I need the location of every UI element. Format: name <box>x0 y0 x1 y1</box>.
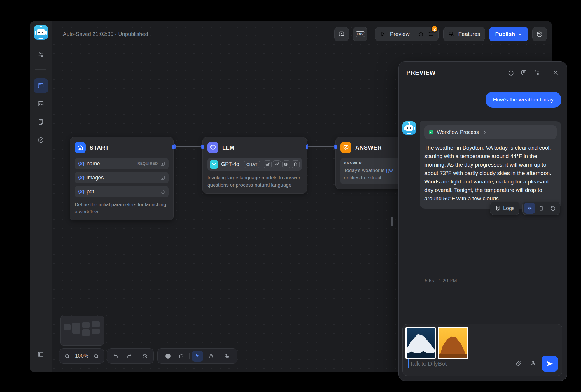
chevron-right-icon <box>482 130 487 135</box>
node-description: Define the initial parameters for launch… <box>75 201 169 216</box>
preview-run-label[interactable]: Preview <box>390 31 410 37</box>
brain-icon <box>207 142 218 153</box>
sidebar-item-monitoring[interactable] <box>34 133 48 147</box>
divider <box>414 31 414 38</box>
start-field-name[interactable]: {x} name REQUIRED <box>75 158 169 169</box>
play-icon[interactable] <box>380 31 386 37</box>
collapse-sidebar-button[interactable] <box>34 347 48 362</box>
attachment-image-night-mountain[interactable] <box>405 327 436 359</box>
difybot-avatar-icon <box>402 121 416 135</box>
env-button[interactable]: ENV <box>353 27 368 41</box>
start-field-images[interactable]: {x} images <box>75 172 169 183</box>
sidebar-item-settings[interactable] <box>34 47 48 62</box>
chat-text-input[interactable] <box>410 360 515 367</box>
panel-settings-icon[interactable] <box>533 69 540 76</box>
restart-conversation-icon[interactable] <box>508 69 514 76</box>
attach-file-button[interactable] <box>515 360 522 367</box>
publish-button[interactable]: Publish <box>489 27 528 41</box>
chevron-down-icon <box>517 32 522 37</box>
annotation-button[interactable] <box>334 27 349 41</box>
app-logo[interactable] <box>34 25 48 40</box>
sidebar-divider <box>35 69 46 70</box>
field-label: name <box>87 161 100 167</box>
preview-title: PREVIEW <box>406 69 435 76</box>
hand-mode-button[interactable] <box>205 351 216 362</box>
zoom-level[interactable]: 100% <box>74 353 89 359</box>
bot-avatar <box>402 121 416 135</box>
document-capability-icon <box>292 160 300 168</box>
autosave-status: Auto-Saved 21:02:35 · Unpublished <box>63 31 148 37</box>
features-label: Features <box>458 31 480 37</box>
text-cursor <box>408 359 409 368</box>
pointer-mode-button[interactable] <box>192 351 203 362</box>
node-title: START <box>90 144 109 151</box>
checklist-badge: 2 <box>431 25 438 33</box>
text-input-type-icon <box>160 161 165 166</box>
panel-resize-handle[interactable] <box>391 217 393 226</box>
attachment-image-sunset-mountain[interactable] <box>438 327 468 359</box>
send-button[interactable] <box>542 356 558 372</box>
video-capability-icon <box>282 160 290 168</box>
start-field-pdf[interactable]: {x} pdf <box>75 186 169 197</box>
field-label: images <box>87 175 104 181</box>
variable-icon: {x} <box>78 175 84 180</box>
node-start-header: START <box>75 142 169 153</box>
close-panel-icon[interactable] <box>552 69 559 76</box>
redo-button[interactable] <box>124 351 135 362</box>
publish-label: Publish <box>495 31 515 37</box>
edge-llm-answer <box>307 146 335 147</box>
variable-icon: {x} <box>78 161 84 166</box>
llm-model-selector[interactable]: GPT-4o CHAT <box>207 158 302 171</box>
message-tools-group <box>522 202 560 215</box>
workflow-process-toggle[interactable]: Workflow Process <box>424 125 557 139</box>
history-icon <box>536 31 543 38</box>
field-label: pdf <box>87 189 94 195</box>
files-type-icon <box>160 189 165 194</box>
target-handle[interactable] <box>202 145 204 149</box>
user-message-bubble: How's the weather today <box>486 92 561 108</box>
sidebar-item-orchestrate[interactable] <box>34 78 48 93</box>
features-button[interactable]: Features <box>443 27 485 41</box>
message-meta: 5.6s · 1:20 PM <box>425 278 457 284</box>
home-icon <box>75 142 86 153</box>
gauge-icon <box>37 136 44 144</box>
target-handle[interactable] <box>335 145 337 149</box>
auto-layout-button[interactable] <box>221 351 232 362</box>
zoom-out-button[interactable] <box>62 351 72 362</box>
required-badge: REQUIRED <box>137 162 158 166</box>
tools-toolbar <box>157 348 237 364</box>
openai-logo-icon <box>210 160 218 169</box>
bot-message-card: Workflow Process The weather in Boydton,… <box>420 121 561 209</box>
sidebar-item-logs[interactable] <box>34 115 48 129</box>
regenerate-button[interactable] <box>547 203 559 214</box>
logs-icon <box>495 205 501 211</box>
add-note-button[interactable] <box>176 351 187 362</box>
variable-icon: {x} <box>78 189 84 194</box>
preview-panel: PREVIEW How's the weather today <box>398 61 567 381</box>
model-name: GPT-4o <box>221 161 239 167</box>
workflow-process-label: Workflow Process <box>437 129 479 135</box>
node-llm[interactable]: LLM GPT-4o CHAT <box>202 137 307 194</box>
text-to-speech-button[interactable] <box>524 203 535 214</box>
version-history-button[interactable] <box>532 27 547 41</box>
window-icon <box>37 82 44 89</box>
logs-button[interactable]: Logs <box>490 202 519 215</box>
minimap[interactable] <box>60 316 104 346</box>
features-icon <box>448 31 454 37</box>
sidebar-item-api[interactable] <box>34 97 48 111</box>
clear-chat-icon[interactable] <box>520 69 527 76</box>
node-start[interactable]: START {x} name REQUIRED {x} images <box>70 137 174 220</box>
zoom-in-button[interactable] <box>92 351 101 362</box>
run-history-timer-icon[interactable] <box>418 31 424 37</box>
copy-button[interactable] <box>536 203 547 214</box>
edge-start-llm <box>174 146 202 147</box>
source-handle[interactable] <box>306 145 307 149</box>
source-handle[interactable] <box>172 145 174 149</box>
message-actions: Logs <box>490 202 560 215</box>
undo-button[interactable] <box>110 351 121 362</box>
change-history-button[interactable] <box>139 351 150 362</box>
checklist-button[interactable]: 2 <box>428 31 434 37</box>
preview-panel-header: PREVIEW <box>399 62 567 81</box>
microphone-button[interactable] <box>529 360 536 367</box>
add-node-button[interactable] <box>162 351 174 362</box>
